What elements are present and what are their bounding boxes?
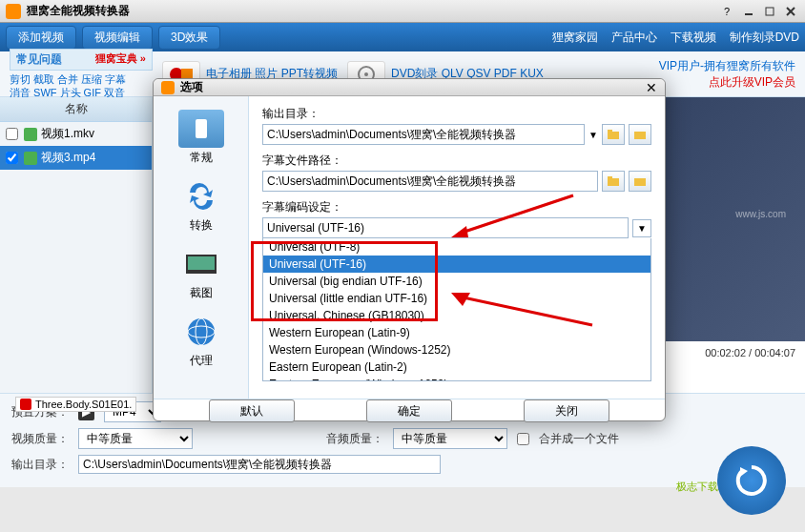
dialog-icon — [161, 81, 175, 94]
open-folder-icon[interactable] — [629, 171, 651, 192]
dialog-titlebar: 选项 ✕ — [154, 79, 665, 96]
svg-rect-25 — [608, 176, 612, 179]
dropdown-icon[interactable]: ▼ — [632, 219, 651, 237]
dropdown-icon[interactable]: ▼ — [588, 130, 598, 140]
dialog-subpath-input[interactable] — [262, 171, 598, 192]
tab-screenshot[interactable]: 截图 — [163, 241, 239, 305]
svg-rect-23 — [634, 132, 646, 139]
tab-proxy[interactable]: 代理 — [163, 309, 239, 373]
encoding-option[interactable]: Universal (UTF-16) — [263, 256, 650, 273]
browse-folder-icon[interactable] — [602, 171, 625, 192]
cancel-button[interactable]: 关闭 — [524, 399, 609, 422]
dialog-sidebar: 常规 转换 截图 代理 — [154, 96, 249, 399]
subpath-field-label: 字幕文件路径： — [262, 153, 651, 169]
encoding-option[interactable]: Universal (UTF-8) — [263, 238, 650, 256]
outdir-field-label: 输出目录： — [262, 106, 651, 122]
browse-folder-icon[interactable] — [602, 124, 625, 145]
encoding-option[interactable]: Eastern European (Windows-1250) — [263, 376, 650, 381]
dialog-outdir-input[interactable] — [262, 124, 585, 145]
encoding-option[interactable]: Western European (Windows-1252) — [263, 341, 650, 358]
dialog-close-icon[interactable]: ✕ — [646, 80, 657, 95]
tab-convert[interactable]: 转换 — [163, 174, 239, 237]
dialog-footer: 默认 确定 关闭 — [154, 399, 665, 422]
svg-rect-17 — [188, 256, 215, 270]
dialog-overlay: 选项 ✕ 常规 转换 截图 代理 — [0, 0, 805, 532]
svg-point-18 — [188, 318, 215, 345]
svg-rect-22 — [608, 130, 612, 133]
svg-rect-24 — [608, 178, 619, 186]
default-button[interactable]: 默认 — [209, 399, 295, 422]
encoding-option[interactable]: Eastern European (Latin-2) — [263, 358, 650, 376]
svg-rect-21 — [608, 132, 619, 139]
tab-general[interactable]: 常规 — [163, 106, 239, 170]
svg-rect-26 — [634, 178, 646, 186]
encoding-select[interactable] — [262, 217, 629, 238]
dialog-main: 输出目录： ▼ 字幕文件路径： — [249, 96, 665, 399]
dialog-title: 选项 — [180, 79, 646, 95]
encoding-option[interactable]: Universal (little endian UTF-16) — [263, 290, 650, 307]
encoding-option[interactable]: Universal, Chinese (GB18030) — [263, 307, 650, 324]
open-folder-icon[interactable] — [629, 124, 651, 145]
encoding-option[interactable]: Universal (big endian UTF-16) — [263, 273, 650, 290]
encoding-field-label: 字幕编码设定： — [262, 199, 651, 215]
ok-button[interactable]: 确定 — [366, 399, 452, 422]
options-dialog: 选项 ✕ 常规 转换 截图 代理 — [153, 78, 666, 421]
encoding-option[interactable]: Western European (Latin-9) — [263, 324, 650, 341]
svg-rect-15 — [196, 119, 207, 138]
encoding-listbox[interactable]: Universal (UTF-8) Universal (UTF-16) Uni… — [262, 238, 651, 381]
